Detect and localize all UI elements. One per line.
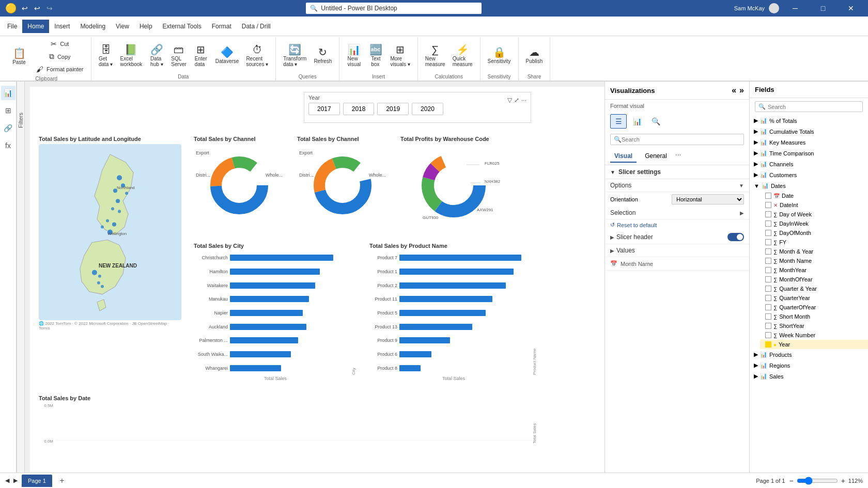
field-monthofyear[interactable]: ∑MonthOfYear xyxy=(760,275,868,284)
format-painter-button[interactable]: 🖌 Format painter xyxy=(33,64,87,75)
viz-search-box[interactable]: 🔍 xyxy=(610,134,744,145)
orientation-select[interactable]: Horizontal Vertical Dropdown xyxy=(672,194,744,204)
data-view-icon[interactable]: ⊞ xyxy=(1,103,16,118)
year-2017-button[interactable]: 2017 xyxy=(308,103,340,115)
field-group-pct-totals-header[interactable]: ▶ 📊 % of Totals xyxy=(750,115,868,126)
field-group-key-measures-header[interactable]: ▶ 📊 Key Measures xyxy=(750,137,868,148)
field-group-cumulative-header[interactable]: ▶ 📊 Cumulative Totals xyxy=(750,126,868,137)
prev-page-icon[interactable]: ◀ xyxy=(5,477,9,484)
more-visuals-button[interactable]: ⊞ Morevisuals ▾ xyxy=(387,42,413,69)
field-group-dates-header[interactable]: ▼ 📊 Dates xyxy=(750,180,868,191)
zoom-minus-button[interactable]: − xyxy=(789,477,793,485)
data-hub-button[interactable]: 🔗 Datahub ▾ xyxy=(146,42,167,69)
viz-search-icon[interactable]: 🔍 xyxy=(647,114,664,129)
recent-sources-button[interactable]: ⏱ Recentsources ▾ xyxy=(243,42,271,69)
sql-server-button[interactable]: 🗃 SQLServer xyxy=(168,42,189,69)
title-undo-icon[interactable]: ↩ xyxy=(21,4,29,12)
year-2019-button[interactable]: 2019 xyxy=(377,103,409,115)
field-monthyear[interactable]: ∑MonthYear xyxy=(760,265,868,275)
field-month-name[interactable]: ∑Month Name xyxy=(760,256,868,265)
slicer-header-toggle[interactable] xyxy=(727,233,744,241)
transform-button[interactable]: 🔄 Transformdata ▾ xyxy=(280,42,309,69)
viz-chart-icon[interactable]: 📊 xyxy=(629,114,645,129)
ellipsis-icon[interactable]: ··· xyxy=(521,97,526,104)
menu-home[interactable]: Home xyxy=(22,20,49,33)
fields-search-box[interactable]: 🔍 xyxy=(755,101,863,112)
expand-icon[interactable]: ⤢ xyxy=(514,97,519,104)
viz-slicer-icon[interactable]: ☰ xyxy=(610,114,627,129)
dataverse-button[interactable]: 🔷 Dataverse xyxy=(212,45,242,66)
slicer-settings-header[interactable]: ▼ Slicer settings xyxy=(605,165,749,179)
slicer-header-row[interactable]: ▶ Slicer header xyxy=(605,230,749,244)
tab-general[interactable]: General xyxy=(641,150,671,163)
model-view-icon[interactable]: 🔗 xyxy=(1,121,16,135)
get-data-button[interactable]: 🗄 Getdata ▾ xyxy=(96,42,116,69)
viz-search-input[interactable] xyxy=(622,136,740,143)
menu-format[interactable]: Format xyxy=(207,20,237,33)
reset-to-default-button[interactable]: ↺ Reset to default xyxy=(605,219,749,230)
field-group-regions-header[interactable]: ▶ 📊 Regions xyxy=(750,360,868,371)
canvas[interactable]: Year 2017 2018 2019 2020 ▽ ⤢ ··· Total S… xyxy=(25,82,605,473)
field-group-customers-header[interactable]: ▶ 📊 Customers xyxy=(750,169,868,180)
enter-data-button[interactable]: ⊞ Enterdata xyxy=(191,42,211,69)
report-view-icon[interactable]: 📊 xyxy=(1,86,16,100)
page-1-tab[interactable]: Page 1 xyxy=(22,475,52,487)
field-quarteryear[interactable]: ∑QuarterYear xyxy=(760,293,868,303)
selection-row[interactable]: Selection ▶ xyxy=(605,207,749,219)
title-redo-icon[interactable]: ↪ xyxy=(45,4,54,12)
field-month-year[interactable]: ∑Month & Year xyxy=(760,247,868,256)
menu-insert[interactable]: Insert xyxy=(49,20,75,33)
new-measure-button[interactable]: ∑ Newmeasure xyxy=(422,42,448,69)
field-quarter-year[interactable]: ∑Quarter & Year xyxy=(760,284,868,293)
text-box-button[interactable]: 🔤 Textbox xyxy=(365,42,386,69)
menu-file[interactable]: File xyxy=(2,20,22,33)
quick-measure-button[interactable]: ⚡ Quickmeasure xyxy=(450,42,476,69)
options-row[interactable]: Options ▼ xyxy=(605,179,749,192)
menu-view[interactable]: View xyxy=(111,20,134,33)
field-date[interactable]: 📅Date xyxy=(760,191,868,200)
add-page-button[interactable]: + xyxy=(56,475,68,486)
field-group-time-comparison-header[interactable]: ▶ 📊 Time Comparison xyxy=(750,148,868,159)
refresh-button[interactable]: ↻ Refresh xyxy=(311,45,335,66)
year-2018-button[interactable]: 2018 xyxy=(343,103,375,115)
viz-tabs-menu-icon[interactable]: ··· xyxy=(675,150,681,163)
field-dateint[interactable]: ✕DateInt xyxy=(760,200,868,210)
menu-data-drill[interactable]: Data / Drill xyxy=(237,20,276,33)
menu-help[interactable]: Help xyxy=(134,20,158,33)
field-dayofmonth[interactable]: ∑DayOfMonth xyxy=(760,228,868,238)
field-group-channels-header[interactable]: ▶ 📊 Channels xyxy=(750,159,868,169)
field-group-sales-header[interactable]: ▶ 📊 Sales xyxy=(750,371,868,382)
filter-icon[interactable]: ▽ xyxy=(507,97,512,104)
viz-panel-collapse-icon[interactable]: » xyxy=(739,86,744,95)
field-quarterofyear[interactable]: ∑QuarterOfYear xyxy=(760,303,868,312)
zoom-plus-button[interactable]: + xyxy=(841,477,845,485)
field-shortyear[interactable]: ∑ShortYear xyxy=(760,321,868,330)
new-visual-button[interactable]: 📊 Newvisual xyxy=(344,42,364,69)
field-group-products-header[interactable]: ▶ 📊 Products xyxy=(750,349,868,360)
cut-button[interactable]: ✂ Cut xyxy=(33,38,87,50)
field-week-number[interactable]: ∑Week Number xyxy=(760,330,868,340)
year-2020-button[interactable]: 2020 xyxy=(412,103,443,115)
paste-button[interactable]: 📋 Paste xyxy=(6,46,32,67)
viz-panel-expand-icon[interactable]: « xyxy=(732,86,736,95)
tab-visual[interactable]: Visual xyxy=(610,150,637,163)
field-short-month[interactable]: ∑Short Month xyxy=(760,312,868,321)
maximize-button[interactable]: □ xyxy=(811,0,835,17)
field-day-of-week[interactable]: ∑Day of Week xyxy=(760,210,868,219)
menu-external-tools[interactable]: External Tools xyxy=(158,20,207,33)
dax-view-icon[interactable]: fx xyxy=(1,138,16,153)
field-dayinweek[interactable]: ∑DayInWeek xyxy=(760,219,868,228)
field-year[interactable]: ● Year xyxy=(760,340,868,349)
next-page-icon[interactable]: ▶ xyxy=(13,477,18,484)
fields-search-input[interactable] xyxy=(768,104,859,110)
sensitivity-button[interactable]: 🔒 Sensitivity xyxy=(485,45,514,66)
minimize-button[interactable]: ─ xyxy=(783,0,807,17)
excel-workbook-button[interactable]: 📗 Excelworkbook xyxy=(117,42,146,69)
menu-modeling[interactable]: Modeling xyxy=(75,20,111,33)
close-button[interactable]: ✕ xyxy=(839,0,863,17)
zoom-slider[interactable] xyxy=(797,477,838,485)
title-undo2-icon[interactable]: ↩ xyxy=(33,4,41,12)
copy-button[interactable]: ⧉ Copy xyxy=(33,51,87,62)
publish-button[interactable]: ☁ Publish xyxy=(523,45,546,66)
values-row[interactable]: ▶ Values xyxy=(605,244,749,257)
